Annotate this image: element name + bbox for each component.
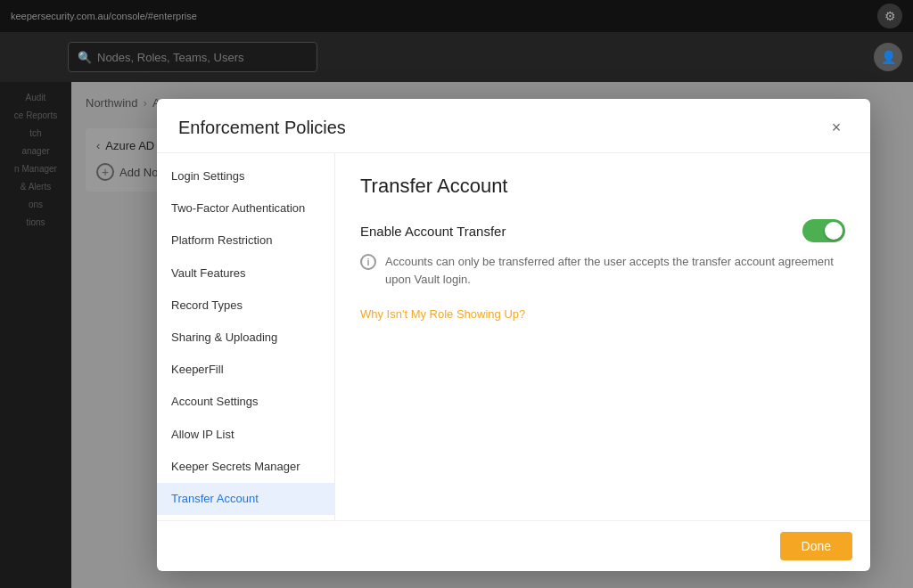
nav-sharing-uploading[interactable]: Sharing & Uploading <box>157 322 334 354</box>
search-box: 🔍 <box>68 42 317 72</box>
toggle-knob <box>825 222 843 240</box>
nav-allow-ip-list[interactable]: Allow IP List <box>157 419 334 451</box>
search-icon: 🔍 <box>78 51 92 64</box>
enable-transfer-toggle[interactable] <box>802 219 845 242</box>
nav-keeper-secrets[interactable]: Keeper Secrets Manager <box>157 451 334 483</box>
main-area: Audit ce Reports tch anager n Manager & … <box>0 82 913 588</box>
enable-transfer-row: Enable Account Transfer <box>360 219 845 242</box>
done-button[interactable]: Done <box>780 532 852 560</box>
enforcement-policies-modal: Enforcement Policies × Login Settings Tw… <box>157 99 870 571</box>
nav-vault-features[interactable]: Vault Features <box>157 257 334 290</box>
nav-avatar[interactable]: ⚙ <box>877 4 902 29</box>
user-avatar[interactable]: 👤 <box>874 43 902 71</box>
nav-account-settings[interactable]: Account Settings <box>157 386 334 418</box>
top-nav-bar: keepersecurity.com.au/console/#enterpris… <box>0 0 913 32</box>
nav-transfer-account[interactable]: Transfer Account <box>157 483 334 515</box>
modal-nav-sidebar: Login Settings Two-Factor Authentication… <box>157 153 335 520</box>
toggle-label: Enable Account Transfer <box>360 224 506 239</box>
browser-url: keepersecurity.com.au/console/#enterpris… <box>11 11 197 21</box>
content-title: Transfer Account <box>360 175 845 198</box>
nav-keeperfill[interactable]: KeeperFill <box>157 354 334 386</box>
nav-two-factor[interactable]: Two-Factor Authentication <box>157 192 334 225</box>
help-link[interactable]: Why Isn't My Role Showing Up? <box>360 307 525 321</box>
search-input[interactable] <box>97 51 308 64</box>
nav-platform-restriction[interactable]: Platform Restriction <box>157 225 334 257</box>
modal-body: Login Settings Two-Factor Authentication… <box>157 153 870 520</box>
search-bar-area: 🔍 👤 <box>0 32 913 82</box>
modal-header: Enforcement Policies × <box>157 99 870 153</box>
info-box: i Accounts can only be transferred after… <box>360 253 845 288</box>
modal-title: Enforcement Policies <box>178 118 346 138</box>
modal-close-button[interactable]: × <box>824 115 849 140</box>
nav-login-settings[interactable]: Login Settings <box>157 160 334 192</box>
modal-footer: Done <box>157 520 870 571</box>
nav-record-types[interactable]: Record Types <box>157 290 334 322</box>
info-icon: i <box>360 254 376 270</box>
info-text: Accounts can only be transferred after t… <box>385 253 845 288</box>
modal-content-panel: Transfer Account Enable Account Transfer… <box>335 153 870 520</box>
